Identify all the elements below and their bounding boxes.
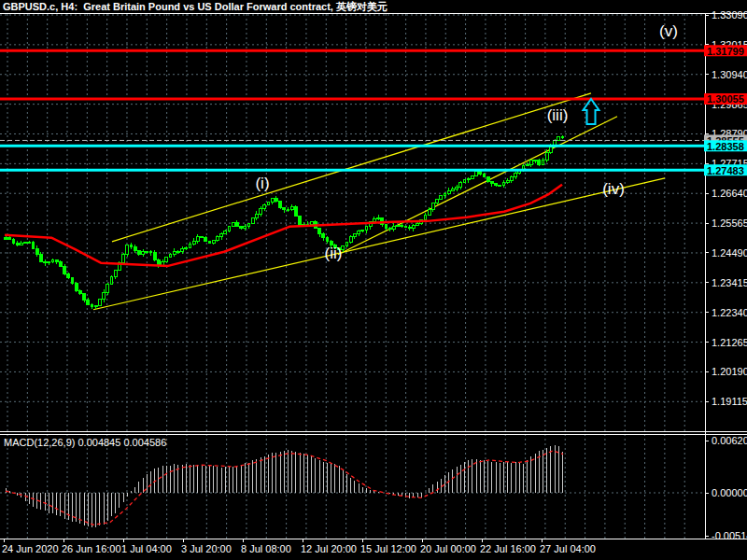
candle: [244, 227, 247, 228]
candle: [67, 273, 70, 277]
time-axis-label: 8 Jul 08:00: [241, 543, 291, 554]
candle: [220, 234, 223, 237]
candle: [290, 207, 293, 210]
candle: [224, 231, 227, 234]
wave-label: (ii): [325, 245, 343, 262]
candle: [212, 241, 215, 244]
price-axis-label: 1.26640: [712, 188, 747, 199]
candle: [134, 246, 136, 251]
candle: [502, 183, 505, 186]
macd-layer: [6, 445, 563, 527]
price-badge-label: 1.31799: [707, 46, 744, 57]
candle: [428, 209, 430, 215]
candle: [392, 226, 395, 229]
candle: [255, 214, 258, 217]
candle: [529, 160, 532, 164]
candle: [55, 260, 58, 262]
candle: [545, 152, 548, 160]
price-axis-label: 1.19115: [712, 396, 747, 407]
candle: [87, 300, 90, 304]
candle: [534, 160, 537, 161]
macd-axis-label: 0.000000: [712, 487, 747, 498]
candle: [216, 237, 218, 241]
candle: [63, 267, 66, 273]
candle: [542, 160, 544, 165]
candle: [388, 228, 391, 229]
candle: [98, 300, 101, 305]
candle: [103, 292, 106, 300]
candle: [192, 241, 195, 244]
candle: [499, 186, 501, 187]
candle: [510, 177, 513, 181]
macd-indicator-label: MACD(12,26,9) 0.004845 0.004586: [4, 437, 166, 449]
candle: [32, 243, 35, 248]
candle: [12, 240, 15, 244]
candle: [185, 247, 188, 248]
candle: [483, 175, 486, 177]
price-axis-label: 1.23415: [712, 277, 747, 288]
time-axis: 24 Jun 202026 Jun 16:001 Jul 04:003 Jul …: [2, 539, 596, 554]
candle: [201, 236, 204, 237]
candle: [114, 270, 117, 276]
candle: [24, 243, 27, 244]
trend-lines-layer: [93, 93, 665, 310]
candle: [240, 227, 243, 228]
candle: [16, 243, 19, 245]
macd-axis-label: 0.006207: [712, 435, 747, 446]
candle: [471, 175, 473, 178]
candle: [358, 231, 360, 234]
candle: [8, 238, 11, 240]
wave-three-line: [338, 117, 617, 255]
candle: [83, 294, 86, 301]
candle: [48, 261, 50, 263]
candle: [436, 200, 439, 203]
macd-axis-label: -0.005147: [712, 530, 747, 541]
wave-label: (iv): [602, 180, 625, 198]
grid-layer: [0, 14, 705, 539]
candle: [28, 243, 31, 244]
candle: [122, 255, 125, 263]
candle: [44, 261, 47, 263]
candle: [397, 225, 400, 226]
candle: [467, 178, 470, 180]
time-axis-label: 22 Jul 16:00: [480, 543, 536, 554]
time-axis-label: 20 Jul 00:00: [420, 543, 476, 554]
candle: [267, 203, 270, 204]
price-axis-label: 1.20190: [712, 366, 747, 377]
candle: [5, 238, 7, 239]
candle: [451, 189, 454, 190]
wave-label: (i): [255, 175, 269, 192]
candle: [561, 136, 564, 137]
candle: [204, 238, 207, 241]
candles-layer: [5, 135, 564, 309]
candle: [130, 245, 133, 247]
candle: [275, 199, 277, 202]
candle: [287, 210, 289, 211]
candle: [365, 227, 368, 231]
chart-canvas[interactable]: (i)(ii)(iii)(iv)(v)1.330901.320151.30940…: [0, 0, 747, 560]
candle: [189, 244, 191, 247]
price-axis-label: 1.22340: [712, 307, 747, 318]
candle: [506, 181, 509, 183]
candle: [299, 217, 302, 226]
candle: [318, 229, 321, 234]
candle: [271, 199, 274, 203]
candle: [490, 182, 493, 184]
candle: [310, 222, 313, 224]
candle: [91, 304, 93, 306]
candle: [495, 184, 498, 186]
candle: [345, 242, 348, 246]
candle: [431, 203, 434, 210]
candle: [196, 236, 199, 241]
candle: [463, 180, 466, 183]
candle: [260, 208, 262, 214]
candle: [173, 251, 176, 254]
candle: [373, 219, 375, 222]
candle: [447, 190, 450, 193]
candle: [75, 283, 78, 290]
candle: [251, 218, 254, 224]
candle: [416, 223, 419, 225]
candle: [479, 172, 482, 175]
wave-label: (v): [659, 22, 678, 40]
candle: [106, 284, 109, 292]
